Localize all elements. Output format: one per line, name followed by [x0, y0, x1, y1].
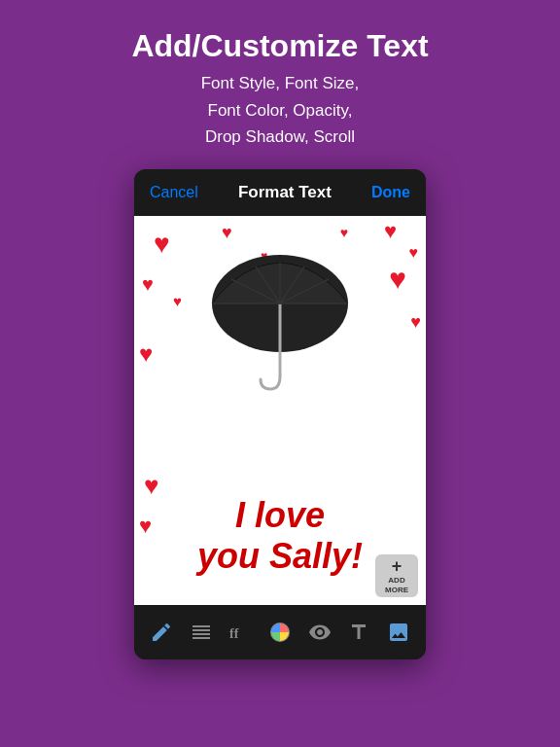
- add-more-button[interactable]: + ADD MORE: [375, 554, 418, 597]
- heart-decoration: ♥: [384, 221, 397, 242]
- text-style-icon[interactable]: [341, 615, 376, 650]
- cancel-button[interactable]: Cancel: [150, 184, 198, 201]
- phone-container: Cancel Format Text Done ♥ ♥ ♥ ♥ ♥ ♥ ♥ ♥ …: [134, 169, 426, 659]
- heart-decoration: ♥: [410, 313, 421, 331]
- toolbar: ff: [134, 605, 426, 659]
- add-more-plus-icon: +: [392, 557, 402, 575]
- image-icon[interactable]: [381, 615, 416, 650]
- add-more-label1: ADD: [388, 576, 404, 585]
- heart-decoration: ♥: [389, 265, 406, 294]
- love-text: I love you Sally!: [197, 495, 363, 576]
- color-icon[interactable]: [262, 615, 298, 650]
- heart-decoration: ♥: [154, 231, 170, 258]
- heart-decoration: ♥: [139, 342, 153, 366]
- header-title: Add/Customize Text: [131, 27, 428, 64]
- add-more-label2: MORE: [385, 586, 408, 594]
- header-section: Add/Customize Text Font Style, Font Size…: [92, 0, 467, 169]
- nav-title: Format Text: [238, 183, 332, 202]
- heart-decoration: ♥: [139, 516, 152, 537]
- heart-decoration: ♥: [173, 294, 182, 308]
- svg-text:ff: ff: [229, 626, 239, 641]
- header-subtitle: Font Style, Font Size, Font Color, Opaci…: [131, 70, 428, 150]
- card-area: ♥ ♥ ♥ ♥ ♥ ♥ ♥ ♥ ♥ ♥ ♥ ♥ ♥: [134, 216, 426, 605]
- umbrella-image: [202, 235, 358, 391]
- pencil-icon[interactable]: [144, 615, 179, 650]
- done-button[interactable]: Done: [371, 184, 410, 201]
- font-icon[interactable]: ff: [223, 615, 258, 650]
- heart-decoration: ♥: [409, 245, 419, 261]
- align-icon[interactable]: [184, 615, 219, 650]
- eye-icon[interactable]: [302, 615, 337, 650]
- nav-bar: Cancel Format Text Done: [134, 169, 426, 216]
- heart-decoration: ♥: [142, 274, 154, 294]
- heart-decoration: ♥: [144, 473, 158, 498]
